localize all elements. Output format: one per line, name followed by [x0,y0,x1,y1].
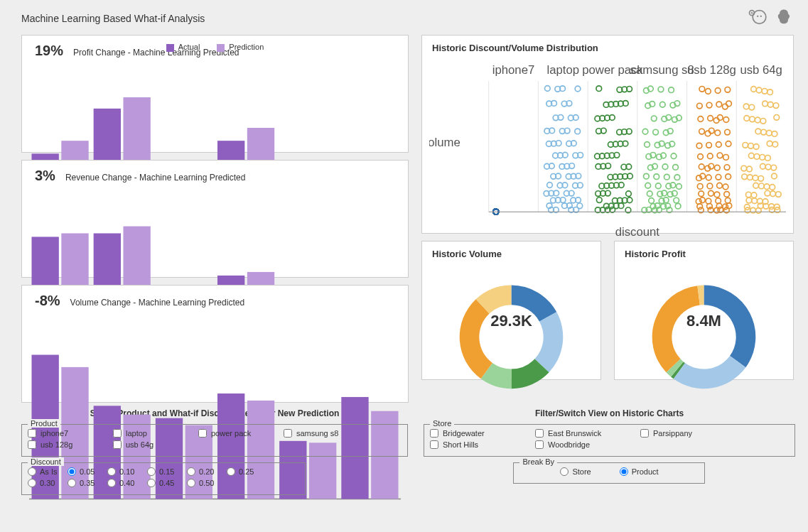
discount-radio-5[interactable]: 0.25 [227,467,266,476]
discount-radio-1[interactable]: 0.05 [68,467,107,476]
svg-point-248 [644,173,650,179]
product-check-3[interactable]: samsung s8 [284,429,369,438]
svg-point-266 [647,191,652,197]
discount-radio-input[interactable] [147,479,156,487]
store-checkbox[interactable] [430,440,438,449]
svg-point-324 [699,191,704,197]
svg-point-320 [699,164,704,170]
store-check-1[interactable]: East Brunswick [535,429,640,438]
svg-point-380 [772,141,778,147]
svg-point-4 [760,16,762,17]
discount-radio-0[interactable]: As Is [28,467,68,476]
svg-point-152 [575,86,581,92]
svg-point-225 [626,191,632,197]
breakby-radio-1[interactable]: Product [620,467,659,476]
svg-point-273 [645,142,650,148]
product-check-4[interactable]: usb 128g [28,440,113,449]
svg-point-323 [707,153,713,159]
discount-radio-8[interactable]: 0.40 [107,479,147,487]
svg-point-2 [751,12,753,13]
discount-radio-input[interactable] [107,467,116,476]
svg-point-330 [716,174,721,180]
store-check-3[interactable]: Short Hills [430,440,535,449]
svg-point-163 [577,203,583,209]
svg-point-399 [764,184,770,190]
product-check-2[interactable]: power pack [198,429,284,438]
discount-radio-input[interactable] [28,467,36,476]
donut-volume-center: 29.3K [422,263,600,379]
svg-point-346 [714,165,720,170]
svg-point-312 [699,86,705,92]
scatter-chart: Historic Discount/Volume Distribution vo… [421,35,794,234]
svg-point-333 [724,165,730,170]
discount-radio-input[interactable] [68,479,76,487]
discount-radio-input[interactable] [68,467,76,476]
svg-point-168 [575,129,581,134]
svg-point-337 [724,192,730,197]
store-checkbox[interactable] [535,429,544,438]
svg-text:samsung s8: samsung s8 [630,63,694,77]
svg-text:iphone7: iphone7 [492,63,535,77]
svg-point-394 [775,192,781,197]
gear-brain-icon[interactable] [747,7,767,29]
store-check-2[interactable]: Parsippany [640,429,745,438]
store-check-4[interactable]: Woodbridge [535,440,640,449]
svg-point-276 [669,87,674,93]
svg-point-306 [717,115,723,121]
svg-point-407 [745,192,751,197]
svg-point-342 [715,130,721,136]
svg-point-411 [772,131,777,137]
discount-radio-input[interactable] [187,479,195,487]
discount-radio-6[interactable]: 0.30 [28,479,68,487]
svg-point-351 [706,89,711,94]
product-checkbox[interactable] [198,429,207,438]
svg-point-377 [744,116,750,121]
svg-point-378 [742,174,748,180]
svg-point-393 [743,142,748,148]
discount-radio-4[interactable]: 0.20 [187,467,227,476]
product-check-5[interactable]: usb 64g [113,440,198,449]
discount-radio-input[interactable] [227,467,235,476]
store-checkbox[interactable] [640,429,649,438]
svg-point-341 [723,207,729,213]
svg-point-349 [723,155,729,161]
store-checkbox[interactable] [430,429,438,438]
svg-point-382 [767,102,773,107]
svg-point-350 [714,192,720,197]
discount-radio-input[interactable] [28,479,36,487]
discount-radio-7[interactable]: 0.35 [68,479,107,487]
svg-point-386 [759,183,765,189]
discount-radio-2[interactable]: 0.10 [107,467,147,476]
brain-icon[interactable] [774,7,794,29]
discount-fieldset: Discount As Is0.050.100.150.200.250.300.… [21,462,306,495]
svg-point-368 [765,190,770,196]
product-check-1[interactable]: laptop [113,429,198,438]
svg-point-422 [747,166,753,172]
svg-point-381 [770,191,776,197]
svg-point-365 [772,173,777,179]
product-checkbox[interactable] [28,429,36,438]
product-checkbox[interactable] [284,429,292,438]
svg-text:usb 128g: usb 128g [687,63,736,77]
svg-point-419 [753,144,759,150]
discount-radio-10[interactable]: 0.50 [187,479,227,487]
svg-point-263 [658,87,664,92]
store-check-0[interactable]: Bridgewater [430,429,535,438]
discount-radio-input[interactable] [107,479,116,487]
discount-radio-9[interactable]: 0.45 [147,479,187,487]
product-checkbox[interactable] [113,429,122,438]
discount-radio-input[interactable] [187,467,195,476]
breakby-radio-0[interactable]: Store [560,467,591,476]
product-checkbox[interactable] [113,440,122,449]
svg-point-287 [674,175,680,180]
breakby-radio-input[interactable] [620,467,628,476]
svg-point-347 [706,198,711,204]
store-checkbox[interactable] [535,440,544,449]
svg-point-261 [654,174,659,180]
product-check-0[interactable]: iphone7 [28,429,113,438]
breakby-radio-input[interactable] [560,467,569,476]
discount-radio-3[interactable]: 0.15 [147,467,187,476]
discount-radio-input[interactable] [147,467,156,476]
product-checkbox[interactable] [28,440,36,449]
controls-right-title: Filter/Switch View on Historic Charts [424,408,795,418]
